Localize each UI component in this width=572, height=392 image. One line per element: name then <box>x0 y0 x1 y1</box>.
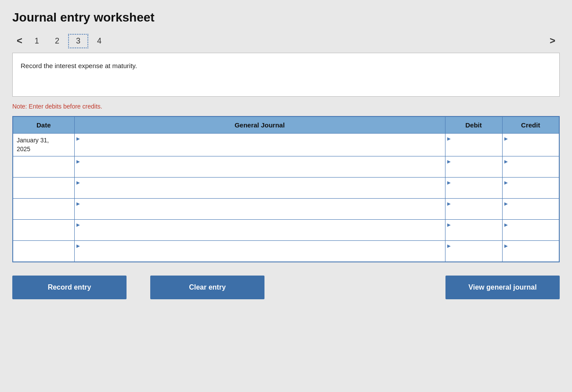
table-row-credit-4[interactable]: ► <box>502 220 559 241</box>
header-credit: Credit <box>502 116 559 134</box>
table-row-credit-3[interactable]: ► <box>502 199 559 220</box>
credit-arrow-icon: ► <box>503 221 509 228</box>
table-row-debit-3[interactable]: ► <box>445 199 502 220</box>
nav-row: < 1 2 3 4 > <box>12 33 560 49</box>
nav-step-1[interactable]: 1 <box>27 34 47 48</box>
debit-arrow-icon: ► <box>446 221 452 228</box>
table-row-journal-4[interactable]: ► <box>74 220 445 241</box>
credit-input-4[interactable] <box>503 220 559 240</box>
journal-input-4[interactable] <box>75 220 445 240</box>
credit-arrow-icon: ► <box>503 200 509 207</box>
journal-arrow-icon: ► <box>76 135 81 142</box>
table-row-journal-1[interactable]: ► <box>74 156 445 178</box>
nav-step-2[interactable]: 2 <box>47 34 67 48</box>
debit-arrow-icon: ► <box>446 135 452 142</box>
table-row-date-0: January 31,2025 <box>13 134 74 156</box>
debit-arrow-icon: ► <box>446 200 452 207</box>
table-row-credit-2[interactable]: ► <box>502 178 559 199</box>
debit-input-3[interactable] <box>445 199 502 219</box>
credit-input-5[interactable] <box>503 241 559 261</box>
header-debit: Debit <box>445 116 502 134</box>
note-text: Note: Enter debits before credits. <box>12 103 560 110</box>
next-arrow[interactable]: > <box>545 33 560 49</box>
debit-input-5[interactable] <box>445 241 502 261</box>
debit-input-2[interactable] <box>445 178 502 198</box>
view-general-journal-button[interactable]: View general journal <box>445 276 560 299</box>
table-row-credit-0[interactable]: ► <box>502 134 559 156</box>
table-row-credit-1[interactable]: ► <box>502 156 559 178</box>
journal-arrow-icon: ► <box>76 221 81 228</box>
debit-arrow-icon: ► <box>446 158 452 165</box>
table-row-journal-3[interactable]: ► <box>74 199 445 220</box>
debit-input-1[interactable] <box>445 156 502 177</box>
journal-arrow-icon: ► <box>76 158 81 165</box>
table-row-date-3 <box>13 199 74 220</box>
table-row-date-1 <box>13 156 74 178</box>
journal-arrow-icon: ► <box>76 200 81 207</box>
credit-arrow-icon: ► <box>503 179 509 186</box>
credit-arrow-icon: ► <box>503 158 509 165</box>
table-row-date-5 <box>13 241 74 262</box>
table-row-debit-4[interactable]: ► <box>445 220 502 241</box>
table-row-date-4 <box>13 220 74 241</box>
clear-entry-button[interactable]: Clear entry <box>150 276 264 299</box>
table-row-debit-5[interactable]: ► <box>445 241 502 262</box>
journal-input-3[interactable] <box>75 199 445 219</box>
credit-arrow-icon: ► <box>503 135 509 142</box>
prev-arrow[interactable]: < <box>12 33 27 49</box>
table-row-credit-5[interactable]: ► <box>502 241 559 262</box>
journal-arrow-icon: ► <box>76 179 81 186</box>
table-row-journal-0[interactable]: ► <box>74 134 445 156</box>
record-entry-button[interactable]: Record entry <box>12 276 127 299</box>
header-date: Date <box>13 116 74 134</box>
debit-arrow-icon: ► <box>446 243 452 249</box>
debit-input-4[interactable] <box>445 220 502 240</box>
journal-arrow-icon: ► <box>76 243 81 249</box>
instruction-box: Record the interest expense at maturity. <box>12 53 560 97</box>
credit-input-0[interactable] <box>503 134 559 156</box>
credit-arrow-icon: ► <box>503 243 509 249</box>
table-row-debit-0[interactable]: ► <box>445 134 502 156</box>
instruction-text: Record the interest expense at maturity. <box>21 62 137 69</box>
nav-step-4[interactable]: 4 <box>89 34 109 48</box>
table-row-journal-5[interactable]: ► <box>74 241 445 262</box>
journal-input-0[interactable] <box>75 134 445 156</box>
credit-input-2[interactable] <box>503 178 559 198</box>
header-journal: General Journal <box>74 116 445 134</box>
debit-input-0[interactable] <box>445 134 502 156</box>
table-row-date-2 <box>13 178 74 199</box>
table-row-journal-2[interactable]: ► <box>74 178 445 199</box>
journal-input-2[interactable] <box>75 178 445 198</box>
journal-table: Date General Journal Debit Credit Januar… <box>12 116 560 262</box>
credit-input-1[interactable] <box>503 156 559 177</box>
nav-step-3[interactable]: 3 <box>68 34 88 48</box>
journal-input-1[interactable] <box>75 156 445 177</box>
table-row-debit-2[interactable]: ► <box>445 178 502 199</box>
table-row-debit-1[interactable]: ► <box>445 156 502 178</box>
credit-input-3[interactable] <box>503 199 559 219</box>
debit-arrow-icon: ► <box>446 179 452 186</box>
page-title: Journal entry worksheet <box>12 11 560 25</box>
journal-input-5[interactable] <box>75 241 445 261</box>
buttons-row: Record entry Clear entry View general jo… <box>12 276 560 299</box>
